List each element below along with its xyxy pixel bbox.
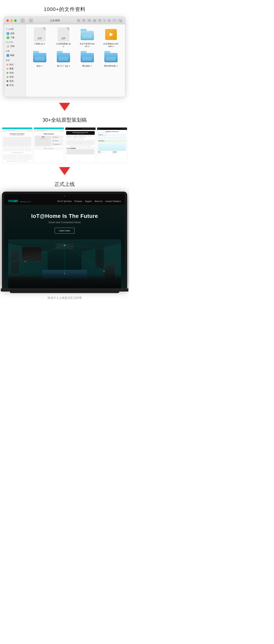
nav-link-1[interactable]: 5G IoT @ Home — [57, 200, 72, 202]
site-cta-button[interactable]: Learn more — [55, 228, 75, 234]
proto-body-3: Redefining the Future Home 重新定义未来智慧家 全球首… — [65, 130, 95, 156]
sidebar-tag-gray[interactable]: 灰色 — [6, 75, 24, 79]
sidebar-item-network[interactable]: 网格 — [6, 53, 24, 58]
proto-water-subtitle: 1代同款，更值得推荐率达100%。 — [98, 132, 126, 134]
sidebar-tag-red[interactable]: 红色 — [6, 83, 24, 87]
site-logo-group: VIOMI NASDAQ: VIOT — [8, 200, 31, 203]
proto-frame-water: VIOMI Products Support VIOMI Water Purif… — [97, 127, 127, 163]
zip-icon-2: ZIP — [56, 28, 70, 42]
file-item-products[interactable]: 本次不使用Products ⊙ — [76, 28, 98, 48]
folder-icon-factory — [56, 50, 70, 64]
tag-gray-dot — [6, 76, 8, 78]
proto-nav-section: 5G IoT全场景智慧家 — [66, 147, 95, 155]
traffic-light-red[interactable] — [6, 20, 9, 22]
proto-viomi-nav: VIOMI 5G IoT @ Home Products Support Abo… — [65, 128, 95, 130]
folder-icon-aerial — [33, 50, 47, 64]
proto-data-2 — [107, 137, 117, 140]
proto-nav-dot-6 — [59, 130, 63, 131]
traffic-light-yellow[interactable] — [10, 20, 13, 22]
proto-iot-hero — [3, 137, 31, 146]
proto-temp-label: 4°C冰镇模式 — [98, 154, 112, 154]
nav-link-3[interactable]: Support — [85, 200, 92, 202]
sort-icon[interactable]: ⇅ — [98, 19, 102, 22]
view-gallery-icon[interactable]: ▤ — [93, 19, 97, 22]
proto-robot-list: Alpha T9 Aeolus 9 Al — [52, 136, 63, 146]
proto-nav-2 — [34, 129, 64, 132]
laptop-stand — [10, 292, 119, 293]
file-name-8: 网站资料采集 ⊙ — [104, 65, 118, 67]
share-icon[interactable]: ↑ — [103, 19, 106, 22]
nav-link-5[interactable]: Investor Relations — [105, 200, 121, 202]
proto-iot-desc: 合理地添加原型的说明注释 — [3, 152, 31, 154]
view-columns-icon[interactable]: ⦿ — [87, 19, 91, 22]
finder-forward-btn[interactable]: › — [29, 18, 33, 23]
site-hero-subtitle: Smart and Connected Home — [8, 221, 121, 224]
proto-body-2: Robot Vacuums VIOMI Aeolus 9 Viomi Cordl… — [34, 132, 64, 151]
proto-topbar-2 — [34, 128, 64, 129]
sidebar-item-network-label: 网格 — [10, 54, 14, 57]
site-nav-links: 5G IoT @ Home Products Support About Us … — [57, 200, 121, 202]
proto-iot-cards — [3, 147, 31, 152]
proto-spec2-sub: ±0.1℃精准调温 — [112, 152, 126, 153]
search-icon[interactable]: 🔍 — [118, 19, 123, 22]
proto-iot-products — [3, 154, 31, 160]
sidebar-item-desktop[interactable]: 桌面 — [6, 31, 24, 36]
file-item-mp4[interactable]: 比你更懂你1分钟.mp4 ⊙ — [100, 28, 122, 48]
proto-scenario-text: isolated to holistic IoT @ Home scenario… — [66, 146, 95, 146]
proto-nav-preview — [67, 149, 94, 154]
proto-card-4 — [25, 147, 31, 152]
file-item-aerial[interactable]: 航拍 ⊙ — [29, 50, 51, 67]
appliance-tv — [22, 247, 42, 262]
video-icon — [104, 28, 118, 42]
proto-iot-sub: Smart and Connected Home — [3, 135, 31, 136]
file-item-video-zip[interactable]: ZIP 2-视频.zip ⊙ — [29, 28, 51, 48]
nav-link-4[interactable]: About Us — [94, 200, 103, 202]
proto-viomi-links: 5G IoT @ Home Products Support About Us — [82, 128, 95, 129]
tag-red-dot — [6, 84, 8, 86]
view-grid-icon[interactable]: ⊞ — [77, 19, 81, 22]
sidebar-item-doc[interactable]: 文稿 — [6, 44, 24, 48]
document-icon — [6, 45, 9, 48]
nav-link-2[interactable]: Products — [74, 200, 82, 202]
sidebar-icloud-label: iCloud — [6, 41, 24, 43]
view-list-icon[interactable]: ☰ — [82, 19, 86, 22]
file-item-factory[interactable]: 素子工厂.jpg ⊙ — [53, 50, 75, 67]
tag-hot-dot — [6, 64, 8, 66]
proto-body-1: IoT Home is the Future Smart and Connect… — [2, 132, 32, 163]
sidebar-tag-blue[interactable]: 蓝色 — [6, 79, 24, 83]
file-name-3: 本次不使用Products ⊙ — [79, 42, 95, 48]
section2-title: 30+全站原型策划稿 — [0, 114, 129, 127]
proto-nav-1 — [2, 129, 32, 132]
download-icon — [6, 36, 9, 39]
proto-data-1 — [98, 137, 107, 140]
arrow-2 — [0, 163, 129, 179]
proto-data-row-2: 1秒热热 0℃以上，无级分量，加热达 4°C精准冷藏 ±0.1℃精准调温 — [98, 152, 126, 153]
sidebar-tag-green[interactable]: 绿色 — [6, 71, 24, 75]
file-item-collection[interactable]: 网站资料采集 ⊙ — [100, 50, 122, 67]
section1-title: 1000+的文件资料 — [0, 0, 129, 17]
traffic-light-green[interactable] — [14, 20, 17, 22]
more-icon[interactable]: … — [112, 19, 117, 22]
appliance-door — [95, 247, 104, 269]
proto-frame-robot: Robot Vacuums VIOMI Aeolus 9 Viomi Cordl… — [34, 127, 64, 163]
tag-icon[interactable]: ◎ — [107, 19, 111, 22]
proto-nav-label: 5G IoT全场景智慧家 — [67, 148, 94, 149]
proto-setting-label: 4杯水量设置 — [112, 154, 126, 154]
file-item-assets[interactable]: 网站素材 ⊙ — [76, 50, 98, 67]
proto-frame-iot: IoT Home is the Future Smart and Connect… — [2, 127, 32, 163]
sidebar-item-download[interactable]: 下载 — [6, 36, 24, 40]
sidebar-item-doc-label: 文稿 — [10, 45, 14, 48]
sidebar-location-label: 位置 — [6, 50, 24, 52]
prototype-grid: IoT Home is the Future Smart and Connect… — [2, 127, 127, 163]
proto-card-1 — [3, 147, 10, 152]
tag-important-dot — [6, 68, 8, 70]
proto-body-4: VIOMI Water Purifier X2 face 1代同款，更值得推荐率… — [97, 130, 127, 156]
laptop-wrapper: VIOMI NASDAQ: VIOT 5G IoT @ Home Product… — [2, 192, 127, 293]
appliance-fridge — [10, 249, 19, 274]
laptop-screen: VIOMI NASDAQ: VIOT 5G IoT @ Home Product… — [4, 194, 125, 288]
finder-back-btn[interactable]: ‹ — [20, 18, 25, 23]
sidebar-tag-hot[interactable]: 热点 — [6, 62, 24, 66]
sidebar-tag-important[interactable]: 重要 — [6, 66, 24, 71]
file-item-brand-zip[interactable]: ZIP 3-品牌墙图素.zip ⊙ — [53, 28, 75, 48]
sidebar-personal-label: 个人收藏 — [6, 28, 24, 30]
